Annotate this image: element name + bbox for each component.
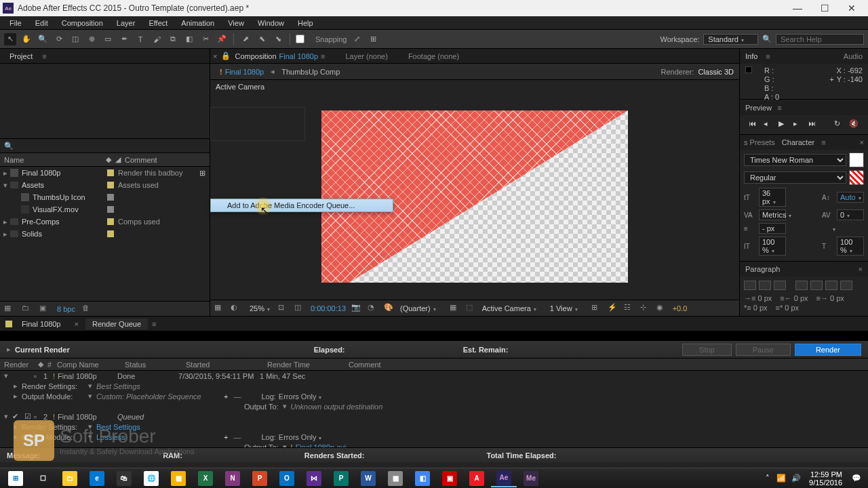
align-center-icon[interactable] bbox=[759, 281, 771, 290]
onenote-icon[interactable]: N bbox=[220, 470, 245, 487]
roto-tool-icon[interactable]: ✂ bbox=[199, 33, 212, 45]
camera-tool-icon[interactable]: ◫ bbox=[69, 33, 81, 45]
fast-previews-icon[interactable]: ⚡ bbox=[608, 303, 618, 314]
tracking-field[interactable]: 0 bbox=[837, 209, 864, 220]
snap-edge-icon[interactable]: ⤢ bbox=[351, 33, 363, 45]
fill-color-swatch[interactable] bbox=[849, 152, 864, 167]
hscale-field[interactable]: 100 % bbox=[837, 237, 864, 256]
prev-frame-icon[interactable]: ◂ bbox=[764, 119, 774, 130]
expand-current-render-icon[interactable]: ▸ bbox=[7, 345, 11, 354]
info-tab[interactable]: Info bbox=[745, 52, 757, 60]
kerning-field[interactable]: Metrics bbox=[759, 209, 786, 220]
maximize-button[interactable]: ☐ bbox=[811, 0, 838, 16]
align-left-icon[interactable] bbox=[744, 281, 756, 290]
menu-edit[interactable]: Edit bbox=[28, 18, 55, 28]
justify-all-icon[interactable] bbox=[840, 281, 852, 290]
timeline-tab-comp[interactable]: Final 1080p bbox=[15, 319, 68, 329]
pause-button[interactable]: Pause bbox=[736, 344, 791, 356]
search-help-input[interactable] bbox=[776, 34, 864, 45]
next-frame-icon[interactable]: ▸ bbox=[793, 119, 804, 130]
close-button[interactable]: ✕ bbox=[838, 0, 865, 16]
project-item[interactable]: ▾ Assets Assets used bbox=[0, 179, 210, 191]
bpc-button[interactable]: 8 bpc bbox=[57, 305, 75, 313]
paragraph-tab[interactable]: Paragraph bbox=[745, 265, 780, 273]
toggle-mask-icon[interactable]: ◐ bbox=[231, 303, 241, 314]
last-frame-icon[interactable]: ⏭ bbox=[808, 119, 819, 130]
project-tab[interactable]: Project bbox=[5, 51, 37, 62]
menu-layer[interactable]: Layer bbox=[110, 18, 142, 28]
outlook-icon[interactable]: O bbox=[274, 470, 300, 487]
col-type[interactable]: ◢ bbox=[111, 155, 121, 164]
anchor-tool-icon[interactable]: ⊕ bbox=[85, 33, 98, 45]
menu-window[interactable]: Window bbox=[251, 18, 291, 28]
timeline-tab-render-queue[interactable]: Render Queue bbox=[85, 319, 148, 329]
panel-menu-icon[interactable]: ≡ bbox=[777, 104, 781, 112]
brush-tool-icon[interactable]: 🖌 bbox=[151, 33, 163, 45]
close-icon[interactable]: × bbox=[859, 265, 863, 273]
transparent-icon[interactable]: ▦ bbox=[450, 303, 460, 314]
project-item[interactable]: ▸ Pre-Comps Comps used bbox=[0, 216, 210, 228]
close-icon[interactable]: × bbox=[860, 138, 864, 146]
shape-tool-icon[interactable]: ▭ bbox=[102, 33, 114, 45]
zoom-tool-icon[interactable]: 🔍 bbox=[37, 33, 49, 45]
mute-icon[interactable]: 🔇 bbox=[849, 119, 860, 130]
first-frame-icon[interactable]: ⏮ bbox=[749, 119, 760, 130]
layer-tab[interactable]: Layer (none) bbox=[346, 52, 388, 60]
project-item[interactable]: ThumbsUp Icon bbox=[0, 191, 210, 203]
menu-animation[interactable]: Animation bbox=[174, 18, 221, 28]
axis-local-icon[interactable]: ⬈ bbox=[239, 33, 252, 45]
col-name[interactable]: Name bbox=[0, 156, 102, 164]
tray-network-icon[interactable]: 📶 bbox=[774, 474, 789, 483]
font-family-select[interactable]: Times New Roman bbox=[744, 154, 846, 166]
reset-exposure-icon[interactable]: ◉ bbox=[656, 303, 667, 314]
play-icon[interactable]: ▶ bbox=[778, 119, 789, 130]
output-module-row[interactable]: ▸Output Module: ▾Custom: Placeholder Seq… bbox=[0, 391, 868, 401]
render-item[interactable]: ▾ ▫1 !Final 1080p Done 7/30/2015, 9:54:1… bbox=[0, 371, 868, 381]
app-icon[interactable]: ▣ bbox=[437, 470, 462, 487]
powerpoint-icon[interactable]: P bbox=[247, 470, 273, 487]
panel-menu-icon[interactable]: ≡ bbox=[821, 138, 825, 146]
font-size-field[interactable]: 36 px bbox=[759, 188, 786, 207]
pixel-aspect-icon[interactable]: ⊞ bbox=[591, 303, 602, 314]
roi-icon[interactable]: ◫ bbox=[294, 303, 305, 314]
col-comment[interactable]: Comment bbox=[121, 156, 161, 164]
aftereffects-icon[interactable]: Ae bbox=[491, 470, 517, 487]
breadcrumb-nested[interactable]: ThumbsUp Comp bbox=[277, 66, 344, 77]
lock-icon[interactable]: 🔒 bbox=[221, 52, 231, 60]
panel-menu-icon[interactable]: ≡ bbox=[152, 320, 156, 328]
flowchart-icon[interactable]: ⊞ bbox=[199, 169, 205, 178]
app-icon[interactable]: ▦ bbox=[382, 470, 408, 487]
axis-world-icon[interactable]: ⬉ bbox=[256, 33, 268, 45]
taskview-icon[interactable]: ☐ bbox=[30, 470, 56, 487]
footage-tab[interactable]: Footage (none) bbox=[408, 52, 459, 60]
pen-tool-icon[interactable]: ✒ bbox=[118, 33, 130, 45]
menu-view[interactable]: View bbox=[221, 18, 251, 28]
render-settings-row[interactable]: ▸Render Settings: ▾Best Settings bbox=[0, 381, 868, 391]
stop-button[interactable]: Stop bbox=[682, 344, 732, 356]
app-icon[interactable]: ◧ bbox=[410, 470, 435, 487]
mediaencoder-icon[interactable]: Me bbox=[518, 470, 544, 487]
axis-view-icon[interactable]: ⬊ bbox=[272, 33, 284, 45]
explorer-icon[interactable]: 🗀 bbox=[57, 470, 83, 487]
current-time[interactable]: 0:00:00:13 bbox=[311, 304, 346, 312]
audio-tab[interactable]: Audio bbox=[844, 52, 863, 60]
edge-icon[interactable]: e bbox=[84, 470, 110, 487]
type-tool-icon[interactable]: T bbox=[134, 33, 146, 45]
log-select[interactable]: Errors Only bbox=[279, 433, 374, 441]
channel-icon[interactable]: ◔ bbox=[368, 303, 378, 314]
snap-grid-icon[interactable]: ⊞ bbox=[368, 33, 380, 45]
stroke-width-field[interactable]: - px bbox=[759, 223, 786, 234]
menu-composition[interactable]: Composition bbox=[55, 18, 110, 28]
menu-help[interactable]: Help bbox=[291, 18, 320, 28]
clock[interactable]: 12:59 PM9/15/2016 bbox=[804, 470, 848, 487]
stroke-color-swatch[interactable] bbox=[849, 170, 864, 185]
justify-left-icon[interactable] bbox=[795, 281, 808, 290]
comp-viewport[interactable] bbox=[210, 94, 739, 300]
panel-menu-icon[interactable]: ≡ bbox=[321, 52, 325, 60]
project-item[interactable]: VisualFX.mov bbox=[0, 203, 210, 216]
menu-file[interactable]: File bbox=[3, 18, 28, 28]
tray-up-icon[interactable]: ˄ bbox=[762, 474, 774, 483]
eraser-tool-icon[interactable]: ◧ bbox=[183, 33, 195, 45]
log-select[interactable]: Errors Only bbox=[279, 392, 374, 401]
renderer-value[interactable]: Classic 3D bbox=[698, 68, 734, 76]
